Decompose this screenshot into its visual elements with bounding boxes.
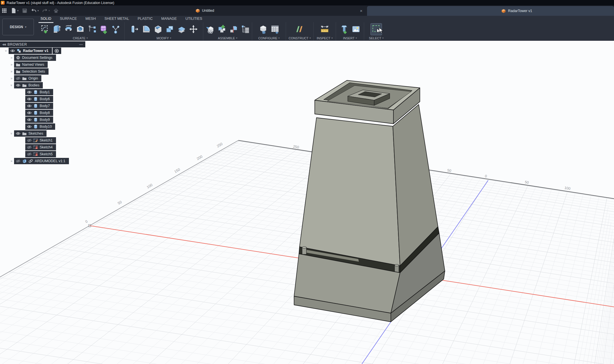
tree-row-box[interactable]: Body9 [25, 117, 53, 123]
browser-row-sketch5[interactable]: » Sketch5 [0, 151, 92, 158]
new-component-button[interactable] [216, 24, 227, 35]
ribbon-tab-sheet-metal[interactable]: SHEET METAL [100, 16, 134, 22]
document-cube-icon [196, 9, 200, 13]
tree-row-box[interactable]: Origin [14, 75, 41, 82]
chevron-icon[interactable]: » [9, 63, 14, 67]
browser-row-body1[interactable]: » Body1 [0, 89, 92, 96]
move-button[interactable] [188, 24, 199, 35]
sketch-dimension-button[interactable] [87, 24, 98, 35]
ribbon-tab-manage[interactable]: MANAGE [157, 16, 181, 22]
create-form-button[interactable] [99, 24, 109, 35]
browser-row-body10[interactable]: » Body10 [0, 123, 92, 130]
construct-plane-button[interactable] [294, 24, 305, 35]
group-label-construct[interactable]: CONSTRUCT▾ [289, 36, 311, 40]
tree-row-box[interactable]: Body8 [25, 110, 53, 116]
chevron-icon[interactable]: » [4, 48, 8, 53]
browser-row-origin[interactable]: » Origin [0, 75, 92, 82]
save-button[interactable] [22, 7, 28, 14]
measure-button[interactable] [319, 24, 330, 35]
browser-row-document-settings[interactable]: » Document Settings [0, 54, 92, 61]
tree-row-box[interactable]: Sketch4 [25, 144, 56, 150]
group-label-assemble[interactable]: ASSEMBLE▾ [218, 36, 237, 40]
visibility-off-icon [27, 152, 32, 156]
group-label-create[interactable]: CREATE▾ [73, 36, 88, 40]
tree-row-box[interactable]: Named Views [14, 61, 48, 68]
browser-row-body6[interactable]: » Body6 [0, 96, 92, 102]
link-icon [28, 159, 33, 163]
minimize-panel-icon[interactable]: — [77, 42, 85, 47]
chevron-icon[interactable]: » [9, 83, 13, 88]
browser-row-sketch1[interactable]: » Sketch1 [0, 137, 92, 144]
tree-row-label: Body6 [40, 97, 50, 101]
tab-close-icon[interactable]: × [360, 8, 362, 13]
extrude-button[interactable] [51, 24, 62, 35]
browser-row-body9[interactable]: » Body9 [0, 116, 92, 123]
tree-row-box[interactable]: ARDUMODEL v1:1 [14, 158, 69, 164]
file-menu-button[interactable]: ▾ [10, 7, 19, 14]
activate-component-radio[interactable] [53, 48, 61, 54]
browser-row-sketch4[interactable]: » Sketch4 [0, 144, 92, 151]
canvas-image-button[interactable] [350, 24, 361, 35]
tree-row-box[interactable]: Sketch5 [25, 151, 56, 157]
tree-row-box[interactable]: RadarTower v1 [9, 48, 52, 54]
tab-untitled[interactable]: Untitled × [45, 5, 365, 16]
browser-row-body7[interactable]: » Body7 [0, 102, 92, 109]
sketch-lock-icon [33, 145, 38, 150]
configuration-button[interactable] [258, 24, 269, 35]
pattern-button[interactable] [110, 24, 121, 35]
chevron-icon[interactable]: » [9, 76, 14, 80]
bom-table-button[interactable] [240, 24, 251, 35]
fillet-button[interactable] [141, 24, 152, 35]
tree-row-box[interactable]: Body7 [25, 103, 53, 109]
combine-button[interactable] [164, 24, 175, 35]
app-grid-button[interactable] [1, 7, 7, 14]
ribbon-tab-surface[interactable]: SURFACE [56, 16, 81, 22]
group-label-configure[interactable]: CONFIGURE▾ [258, 36, 279, 40]
browser-row-selection-sets[interactable]: » Selection Sets [0, 68, 92, 75]
browser-row-named-views[interactable]: » Named Views [0, 61, 92, 68]
browser-row-bodies[interactable]: » Bodies [0, 82, 92, 89]
joint-button[interactable] [228, 24, 239, 35]
press-pull-button[interactable] [129, 24, 140, 35]
hole-button[interactable] [75, 24, 86, 35]
tree-row-box[interactable]: Body6 [25, 96, 53, 102]
insert-fastener-button[interactable] [339, 24, 350, 35]
ribbon-tab-mesh[interactable]: MESH [81, 16, 100, 22]
group-label-insert[interactable]: INSERT▾ [343, 36, 357, 40]
tree-row-box[interactable]: Sketches [14, 130, 47, 137]
chevron-icon[interactable]: » [9, 56, 14, 60]
tree-row-box[interactable]: Sketch1 [25, 137, 56, 144]
undo-button[interactable]: ▾ [31, 7, 39, 14]
config-table-button[interactable] [269, 24, 280, 35]
ribbon-tab-plastic[interactable]: PLASTIC [133, 16, 157, 22]
fusion-window: { "title_bar": { "title": "RadarTower v1… [0, 0, 614, 364]
offset-face-button[interactable] [176, 24, 187, 35]
revolve-button[interactable] [63, 24, 74, 35]
config-table-icon [270, 24, 280, 34]
browser-row-sketches[interactable]: » Sketches [0, 130, 92, 137]
chevron-icon[interactable]: » [9, 131, 13, 136]
chevron-icon[interactable]: » [9, 159, 14, 163]
create-sketch-button[interactable] [40, 24, 51, 35]
tree-row-box[interactable]: Body1 [25, 89, 53, 95]
move-icon [189, 24, 198, 34]
shell-button[interactable] [152, 24, 163, 35]
insert-derive-button[interactable] [204, 24, 215, 35]
chevron-icon[interactable]: » [9, 69, 14, 73]
viewport-canvas[interactable]: 05010015020025025050050100 [0, 41, 614, 364]
group-label-select[interactable]: SELECT▾ [369, 36, 384, 40]
ribbon-tab-utilities[interactable]: UTILITIES [181, 16, 206, 22]
group-label-modify[interactable]: MODIFY▾ [157, 36, 171, 40]
tree-row-box[interactable]: Bodies [14, 82, 43, 88]
design-workspace-button[interactable]: DESIGN ▾ [2, 19, 34, 35]
tree-row-box[interactable]: Selection Sets [14, 68, 49, 75]
tree-row-box[interactable]: Body10 [25, 123, 55, 130]
collapse-panel-icon[interactable]: ◀◀ [0, 43, 7, 46]
tree-row-box[interactable]: Document Settings [14, 55, 56, 61]
group-label-inspect[interactable]: INSPECT▾ [317, 36, 333, 40]
ribbon-tab-solid[interactable]: SOLID [36, 16, 56, 22]
browser-row-ardumodel-v1-1[interactable]: » ARDUMODEL v1:1 [0, 158, 92, 164]
browser-row-body8[interactable]: » Body8 [0, 109, 92, 116]
browser-row-radartower-v1[interactable]: » RadarTower v1 [0, 47, 92, 54]
tab-radartower[interactable]: RadarTower v1 [367, 6, 614, 16]
